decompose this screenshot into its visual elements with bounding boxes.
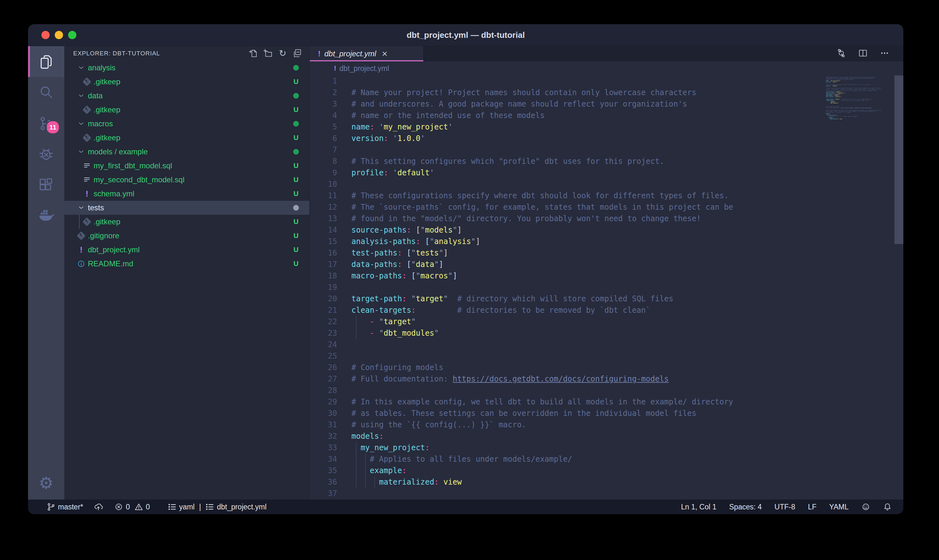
minimap[interactable]: # Name your project! Project names shoul… <box>826 75 895 500</box>
line-number: 16 <box>310 247 337 259</box>
tree-item--gitkeep[interactable]: .gitkeepU <box>64 215 309 229</box>
status-outline-language[interactable]: yaml <box>168 502 195 511</box>
status-cursor-position[interactable]: Ln 1, Col 1 <box>681 503 716 511</box>
status-right: Ln 1, Col 1Spaces: 4UTF-8LFYAML <box>681 502 892 511</box>
code-line-36[interactable]: materialized: view <box>351 476 904 488</box>
code-line-2[interactable]: # Name your project! Project names shoul… <box>351 87 904 98</box>
code-line-15[interactable]: analysis-paths: ["analysis"] <box>351 236 904 247</box>
code-line-25[interactable] <box>351 350 904 362</box>
close-window-button[interactable] <box>42 31 50 39</box>
code-line-1[interactable] <box>351 75 904 87</box>
code-line-11[interactable]: # These configurations specify where dbt… <box>351 190 904 202</box>
editor-scrollbar-thumb[interactable] <box>894 75 904 244</box>
status-indentation[interactable]: Spaces: 4 <box>729 503 762 511</box>
code-editor[interactable]: 1234567891011121314151617181920212223242… <box>310 75 904 500</box>
code-line-16[interactable]: test-paths: ["tests"] <box>351 247 904 259</box>
code-line-13[interactable]: # found in the "models/" directory. You … <box>351 213 904 224</box>
code-line-29[interactable]: # In this example config, we tell dbt to… <box>351 396 904 408</box>
code-line-21[interactable]: clean-targets: # directories to be remov… <box>351 305 904 316</box>
tree-item--gitkeep[interactable]: .gitkeepU <box>64 75 309 89</box>
code-line-8[interactable]: # This setting configures which "profile… <box>351 155 904 167</box>
new-folder-button[interactable] <box>263 48 273 58</box>
code-line-32[interactable]: models: <box>351 431 904 442</box>
code-line-30[interactable]: # as tables. These settings can be overr… <box>351 408 904 419</box>
code-line-37[interactable] <box>351 488 904 499</box>
git-status-badge: U <box>286 246 306 254</box>
tree-item-label: my_first_dbt_model.sql <box>94 161 286 170</box>
tree-item-label: schema.yml <box>94 189 286 198</box>
tree-item-dbt-project-yml[interactable]: !dbt_project.ymlU <box>64 243 309 257</box>
smiley-icon <box>861 502 870 511</box>
collapse-all-button[interactable] <box>292 48 302 58</box>
git-status-badge <box>286 121 306 127</box>
tree-item-my-first-dbt-model-sql[interactable]: my_first_dbt_model.sqlU <box>64 159 309 173</box>
tree-item-schema-yml[interactable]: !schema.ymlU <box>64 187 309 201</box>
tree-item-analysis[interactable]: analysis <box>64 61 309 75</box>
activity-item-search[interactable] <box>28 77 64 108</box>
tree-item-macros[interactable]: macros <box>64 117 309 131</box>
code-line-14[interactable]: source-paths: ["models"] <box>351 224 904 236</box>
activity-item-source-control[interactable]: 11 <box>28 108 64 139</box>
code-line-31[interactable]: # using the `{{ config(...) }}` macro. <box>351 419 904 431</box>
activity-item-settings[interactable]: ⚙ <box>39 475 54 491</box>
status-sync[interactable] <box>94 502 103 511</box>
activity-item-debug[interactable] <box>28 139 64 169</box>
maximize-window-button[interactable] <box>68 31 76 39</box>
code-line-3[interactable]: # and underscores. A good package name s… <box>351 98 904 110</box>
activity-item-extensions[interactable] <box>28 169 64 200</box>
code-line-5[interactable]: name: 'my_new_project' <box>351 121 904 133</box>
breadcrumb-file: dbt_project.yml <box>339 64 389 73</box>
status-warnings[interactable]: 0 <box>134 502 150 511</box>
activity-item-explorer[interactable] <box>28 46 64 77</box>
compare-changes-button[interactable] <box>836 48 846 59</box>
tab-dbt-project-yml[interactable]: ! dbt_project.yml × <box>310 46 424 62</box>
code-line-19[interactable] <box>351 282 904 293</box>
status-branch[interactable]: master* <box>46 502 83 511</box>
status-encoding[interactable]: UTF-8 <box>774 503 795 511</box>
status-language[interactable]: YAML <box>829 503 848 511</box>
more-actions-button[interactable] <box>880 48 889 59</box>
code-line-18[interactable]: macro-paths: ["macros"] <box>351 270 904 282</box>
code-content[interactable]: # Name your project! Project names shoul… <box>337 75 904 499</box>
refresh-button[interactable]: ↻ <box>277 48 288 58</box>
tree-item--gitkeep[interactable]: .gitkeepU <box>64 131 309 145</box>
code-line-24[interactable] <box>351 339 904 350</box>
code-line-28[interactable] <box>351 385 904 396</box>
line-number: 3 <box>310 98 337 110</box>
status-errors[interactable]: 0 <box>114 502 130 511</box>
code-line-10[interactable] <box>351 178 904 190</box>
tree-item-tests[interactable]: tests <box>64 201 309 215</box>
activity-item-docker[interactable] <box>28 200 64 231</box>
tree-item-my-second-dbt-model-sql[interactable]: my_second_dbt_model.sqlU <box>64 173 309 187</box>
code-line-6[interactable]: version: '1.0.0' <box>351 133 904 144</box>
code-line-9[interactable]: profile: 'default' <box>351 167 904 178</box>
tree-item-data[interactable]: data <box>64 89 309 103</box>
code-line-35[interactable]: example: <box>351 465 904 476</box>
code-line-23[interactable]: - "dbt_modules" <box>351 328 904 339</box>
code-line-4[interactable]: # name or the intended use of these mode… <box>351 110 904 121</box>
breadcrumb[interactable]: ! dbt_project.yml <box>310 62 904 75</box>
code-line-27[interactable]: # Full documentation: https://docs.getdb… <box>351 373 904 385</box>
code-line-12[interactable]: # The `source-paths` config, for example… <box>351 202 904 213</box>
editor-actions <box>836 46 904 62</box>
tree-item--gitignore[interactable]: .gitignoreU <box>64 229 309 243</box>
close-tab-icon[interactable]: × <box>382 49 388 58</box>
yaml-warning-icon: ! <box>77 246 85 254</box>
code-line-26[interactable]: # Configuring models <box>351 362 904 373</box>
tree-item--gitkeep[interactable]: .gitkeepU <box>64 103 309 117</box>
status-outline-file[interactable]: dbt_project.yml <box>205 502 266 511</box>
status-feedback[interactable] <box>861 502 870 511</box>
status-eol[interactable]: LF <box>808 503 816 511</box>
code-line-17[interactable]: data-paths: ["data"] <box>351 259 904 270</box>
tree-item-models-example[interactable]: models / example <box>64 145 309 159</box>
status-notifications[interactable] <box>883 502 892 511</box>
tree-item-readme-md[interactable]: README.mdU <box>64 257 309 271</box>
minimize-window-button[interactable] <box>55 31 63 39</box>
code-line-7[interactable] <box>351 144 904 155</box>
code-line-22[interactable]: - "target" <box>351 316 904 328</box>
code-line-20[interactable]: target-path: "target" # directory which … <box>351 293 904 305</box>
code-line-33[interactable]: my_new_project: <box>351 442 904 454</box>
code-line-34[interactable]: # Applies to all files under models/exam… <box>351 454 904 465</box>
new-file-button[interactable] <box>248 48 259 58</box>
split-editor-button[interactable] <box>858 48 868 59</box>
